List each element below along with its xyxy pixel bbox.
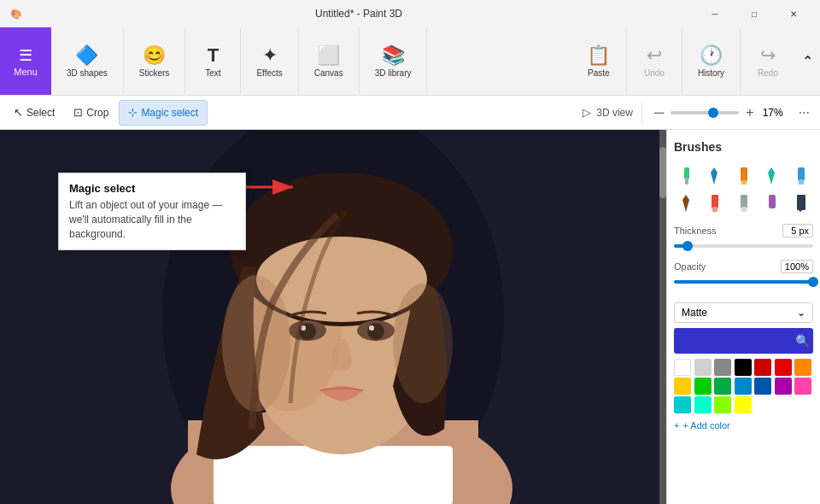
3dlibrary-label: 3D library [375,68,412,78]
svg-rect-22 [685,178,688,185]
menu-label: Menu [14,67,38,77]
add-color-btn[interactable]: + + Add color [674,419,813,432]
thickness-slider-track[interactable] [674,244,813,248]
magic-select-icon: ⊹ [128,106,138,119]
maximize-button[interactable]: □ [735,0,774,27]
color-cell-blue[interactable] [754,378,771,395]
magic-select-tool-btn[interactable]: ⊹ Magic select [119,100,208,126]
ribbon-btn-text[interactable]: T Text [194,41,231,81]
color-cell-orange[interactable] [794,359,811,376]
color-cell-lgray[interactable] [694,359,712,376]
svg-rect-33 [741,207,747,212]
brush-item-7[interactable] [702,191,726,215]
svg-rect-4 [214,446,453,504]
ribbon-group-history: 🕐 History [682,27,741,95]
color-type-dropdown[interactable]: Matte ⌄ [674,302,813,323]
ribbon-btn-undo[interactable]: ↩ Undo [636,41,673,81]
ribbon-btn-canvas[interactable]: ⬜ Canvas [308,41,350,81]
ribbon-btn-paste[interactable]: 📋 Paste [580,41,618,81]
brush-item-3[interactable] [731,164,755,188]
ribbon-btn-3dlibrary[interactable]: 📚 3D library [368,41,419,81]
ribbon-group-text: T Text [185,27,241,95]
ribbon-btn-3dshapes[interactable]: 🔷 3D shapes [60,41,114,81]
undo-icon: ↩ [647,44,662,67]
thickness-row: Thickness 5 px [674,224,813,237]
brush-item-9[interactable] [759,191,783,215]
vertical-scrollbar[interactable] [659,130,666,504]
brush-item-6[interactable] [674,191,698,215]
color-cell-ltyellow[interactable] [735,396,752,413]
brush-item-5[interactable] [788,164,812,188]
zoom-slider[interactable] [671,111,739,114]
color-cell-yellow[interactable] [674,378,691,395]
svg-marker-29 [682,195,689,212]
ribbon-group-3dlibrary: 📚 3D library [360,27,428,95]
ribbon-btn-stickers[interactable]: 😊 Stickers [132,41,177,81]
ribbon-group-3dshapes: 🔷 3D shapes [51,27,124,95]
3dview-icon: ▷ [583,106,591,119]
svg-marker-26 [768,167,775,185]
thickness-slider-row [674,241,813,251]
canvas-area[interactable]: Magic select Lift an object out of your … [0,130,666,504]
color-cell-cyan[interactable] [674,396,691,413]
stickers-icon: 😊 [143,44,166,67]
color-cell-lime[interactable] [714,396,731,413]
color-cell-red[interactable] [775,359,792,376]
toolbar-right: ▷ 3D view ─ + 17% ··· [583,103,815,123]
opacity-slider-track[interactable] [674,280,813,284]
effects-label: Effects [256,68,282,78]
color-cell-pink[interactable] [794,378,811,395]
color-cell-dgreen[interactable] [714,378,731,395]
brush-item-4[interactable] [759,164,783,188]
brush-item-2[interactable] [702,164,726,188]
toolbar-more-btn[interactable]: ··· [794,103,815,122]
thickness-value[interactable]: 5 px [782,224,813,237]
svg-rect-31 [712,207,718,212]
opacity-value[interactable]: 100% [781,260,813,273]
minimize-button[interactable]: ─ [695,0,735,27]
current-color-swatch[interactable]: 🔍 [674,328,813,354]
zoom-plus-btn[interactable]: + [742,103,757,122]
brush-item-10[interactable] [788,191,812,215]
ribbon-btn-effects[interactable]: ✦ Effects [249,41,289,81]
add-color-icon: + [674,420,679,431]
close-button[interactable]: ✕ [774,0,813,27]
color-cell-purple[interactable] [775,378,792,395]
redo-icon: ↪ [760,44,776,67]
paste-icon: 📋 [587,44,610,67]
select-tool-btn[interactable]: ↖ Select [5,100,63,126]
color-cell-lblue[interactable] [735,378,752,395]
ribbon: ☰ Menu 🔷 3D shapes 😊 Stickers T Text ✦ E… [0,27,820,96]
ribbon-group-redo: ↪ Redo [741,27,795,95]
ribbon-group-canvas: ⬜ Canvas [299,27,360,95]
color-type-chevron: ⌄ [797,307,805,319]
thickness-label: Thickness [674,226,717,236]
select-tool-label: Select [26,107,55,119]
opacity-slider-thumb [808,277,818,287]
color-cell-white[interactable] [674,359,691,376]
brush-item-1[interactable] [674,164,698,188]
brush-item-8[interactable] [731,191,755,215]
color-palette [674,359,813,413]
magic-select-label: Magic select [141,107,198,119]
ribbon-btn-history[interactable]: 🕐 History [691,41,731,81]
svg-rect-27 [798,167,805,181]
3dshapes-icon: 🔷 [75,44,98,67]
color-cell-green[interactable] [694,378,712,395]
menu-button[interactable]: ☰ Menu [0,27,51,95]
ribbon-collapse-btn[interactable]: ⌃ [802,53,813,69]
ribbon-btn-redo[interactable]: ↪ Redo [749,41,787,81]
svg-rect-35 [797,195,805,210]
crop-tool-btn[interactable]: ⊡ Crop [65,100,117,126]
color-cell-mint[interactable] [694,396,712,413]
select-tool-icon: ↖ [14,106,23,119]
color-cell-gray[interactable] [714,359,731,376]
zoom-thumb [708,108,718,118]
zoom-minus-btn[interactable]: ─ [651,103,667,122]
color-cell-dred[interactable] [754,359,771,376]
svg-rect-24 [741,167,747,181]
svg-rect-28 [799,179,804,185]
title-bar: 🎨 Untitled* - Paint 3D ─ □ ✕ [0,0,820,27]
color-cell-black[interactable] [735,359,752,376]
eyedropper-btn[interactable]: 🔍 [795,334,810,348]
